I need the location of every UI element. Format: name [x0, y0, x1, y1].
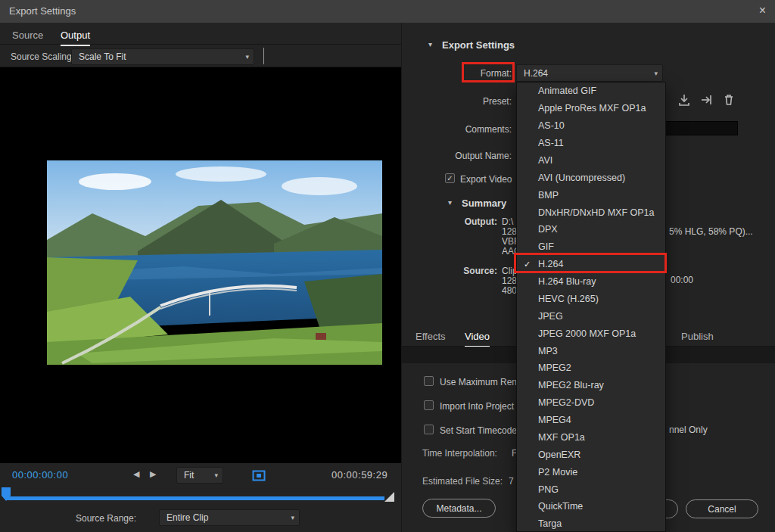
- save-preset-icon[interactable]: [677, 92, 692, 107]
- format-option[interactable]: Animated GIF: [517, 82, 665, 100]
- zoom-level-value: Fit: [184, 470, 194, 481]
- tab-publish[interactable]: Publish: [681, 331, 714, 342]
- format-option[interactable]: MPEG4: [517, 412, 665, 429]
- source-range-label: Source Range:: [76, 513, 136, 524]
- format-dropdown[interactable]: H.264 ▾: [516, 64, 663, 82]
- format-option[interactable]: BMP: [517, 186, 665, 204]
- summary-output-line: 128: [502, 226, 516, 237]
- import-into-project-checkbox[interactable]: [424, 400, 434, 410]
- format-option[interactable]: AS-11: [517, 135, 665, 152]
- summary-output-line: VBR: [502, 236, 516, 247]
- format-option[interactable]: MPEG2: [517, 359, 665, 377]
- format-option[interactable]: Apple ProRes MXF OP1a: [517, 100, 665, 117]
- fit-frame-icon[interactable]: [251, 468, 266, 483]
- format-option[interactable]: GIF: [517, 238, 665, 256]
- format-option[interactable]: AVI (Uncompressed): [517, 169, 665, 186]
- step-forward-icon[interactable]: ▶: [150, 469, 156, 479]
- timeline-scrubber[interactable]: [6, 496, 384, 500]
- dialog-titlebar[interactable]: Export Settings ×: [0, 0, 775, 23]
- format-option[interactable]: PNG: [517, 481, 665, 498]
- chevron-down-icon: ▾: [291, 514, 294, 521]
- source-range-value: Entire Clip: [167, 512, 208, 523]
- summary-source-line: 480: [502, 285, 516, 296]
- export-settings-header: Export Settings: [442, 39, 515, 51]
- chevron-down-icon: ▾: [654, 69, 658, 76]
- format-option-label: H.264: [538, 259, 563, 269]
- panel-divider: [401, 23, 402, 532]
- duration-timecode: 00:00:59:29: [331, 469, 388, 481]
- tab-source[interactable]: Source: [12, 30, 43, 41]
- comments-label: Comments:: [431, 124, 512, 135]
- export-settings-collapse-icon[interactable]: ▾: [428, 40, 432, 48]
- check-icon: ✓: [447, 175, 453, 182]
- delete-preset-icon[interactable]: [721, 92, 736, 107]
- estimated-file-size-fragment: 7: [509, 476, 514, 487]
- format-option[interactable]: H.264 Blu-ray: [517, 273, 665, 291]
- playhead-marker[interactable]: [2, 487, 11, 496]
- export-video-checkbox[interactable]: ✓: [445, 173, 455, 183]
- step-back-icon[interactable]: ◀: [133, 469, 139, 479]
- check-icon: ✓: [524, 260, 531, 269]
- time-interpolation-label: Time Interpolation:: [422, 448, 497, 459]
- chevron-down-icon: ▾: [214, 471, 218, 479]
- summary-output-line: D:\: [502, 216, 516, 227]
- format-option[interactable]: DNxHR/DNxHD MXF OP1a: [517, 204, 665, 221]
- format-option[interactable]: AS-10: [517, 117, 665, 135]
- format-option-selected[interactable]: ✓ H.264: [517, 256, 665, 273]
- source-scaling-dropdown[interactable]: Scale To Fit ▾: [71, 48, 254, 65]
- tab-output[interactable]: Output: [61, 30, 90, 41]
- out-point-handle[interactable]: [384, 492, 394, 502]
- format-option[interactable]: MPEG2 Blu-ray: [517, 377, 665, 394]
- tab-video[interactable]: Video: [465, 331, 490, 342]
- left-panel: Source Output Source Scaling: Scale To F…: [0, 23, 401, 532]
- format-label: Format:: [431, 68, 512, 79]
- summary-source-line: 128: [502, 275, 516, 286]
- format-option[interactable]: MXF OP1a: [517, 429, 665, 446]
- use-maximum-render-label: Use Maximum Rend: [440, 377, 522, 387]
- source-range-dropdown[interactable]: Entire Clip ▾: [159, 509, 300, 526]
- format-value: H.264: [524, 68, 548, 79]
- format-option[interactable]: DPX: [517, 221, 665, 238]
- current-timecode: 00:00:00:00: [12, 469, 68, 481]
- cancel-button[interactable]: Cancel: [686, 499, 758, 518]
- cancel-button-label: Cancel: [708, 504, 736, 515]
- format-option[interactable]: QuickTime: [517, 498, 665, 515]
- summary-source-right-fragment: 00:00: [671, 275, 693, 285]
- metadata-button[interactable]: Metadata...: [422, 499, 496, 518]
- format-option[interactable]: MP3: [517, 342, 665, 359]
- separator-tick: [263, 48, 264, 64]
- set-start-timecode-label: Set Start Timecode: [440, 425, 517, 436]
- format-option[interactable]: Targa: [517, 515, 665, 532]
- option-right-fragment: nnel Only: [669, 425, 708, 435]
- estimated-file-size-label: Estimated File Size:: [422, 476, 503, 487]
- dialog-title: Export Settings: [9, 5, 76, 17]
- format-option[interactable]: HEVC (H.265): [517, 291, 665, 308]
- export-settings-dialog: Source Output Source Scaling: Scale To F…: [0, 0, 775, 532]
- format-option[interactable]: P2 Movie: [517, 463, 665, 481]
- summary-output-line: AAC: [502, 246, 516, 257]
- summary-output-label: Output:: [424, 216, 497, 227]
- tab-effects[interactable]: Effects: [416, 331, 446, 342]
- source-scaling-value: Scale To Fit: [79, 51, 126, 62]
- export-video-label: Export Video: [460, 174, 512, 185]
- use-maximum-render-checkbox[interactable]: [424, 376, 434, 386]
- import-into-project-label: Import Into Project: [440, 401, 514, 412]
- summary-output-right-fragment: 5% HLG, 58% PQ)...: [669, 226, 753, 237]
- set-start-timecode-checkbox[interactable]: [424, 425, 434, 434]
- format-option[interactable]: JPEG: [517, 307, 665, 325]
- format-option[interactable]: OpenEXR: [517, 446, 665, 463]
- close-icon[interactable]: ×: [759, 4, 766, 17]
- format-option[interactable]: JPEG 2000 MXF OP1a: [517, 325, 665, 342]
- preview-image: [47, 160, 382, 365]
- format-dropdown-list: Animated GIF Apple ProRes MXF OP1a AS-10…: [516, 82, 666, 532]
- summary-collapse-icon[interactable]: ▾: [448, 198, 452, 207]
- format-option[interactable]: AVI: [517, 152, 665, 170]
- zoom-level-dropdown[interactable]: Fit ▾: [176, 467, 223, 484]
- metadata-button-label: Metadata...: [436, 503, 481, 514]
- source-scaling-label: Source Scaling:: [11, 51, 74, 62]
- output-name-label: Output Name:: [431, 151, 512, 161]
- preset-label: Preset:: [431, 96, 512, 107]
- import-preset-icon[interactable]: [699, 92, 714, 107]
- format-option[interactable]: MPEG2-DVD: [517, 394, 665, 412]
- preview-area: [0, 67, 401, 463]
